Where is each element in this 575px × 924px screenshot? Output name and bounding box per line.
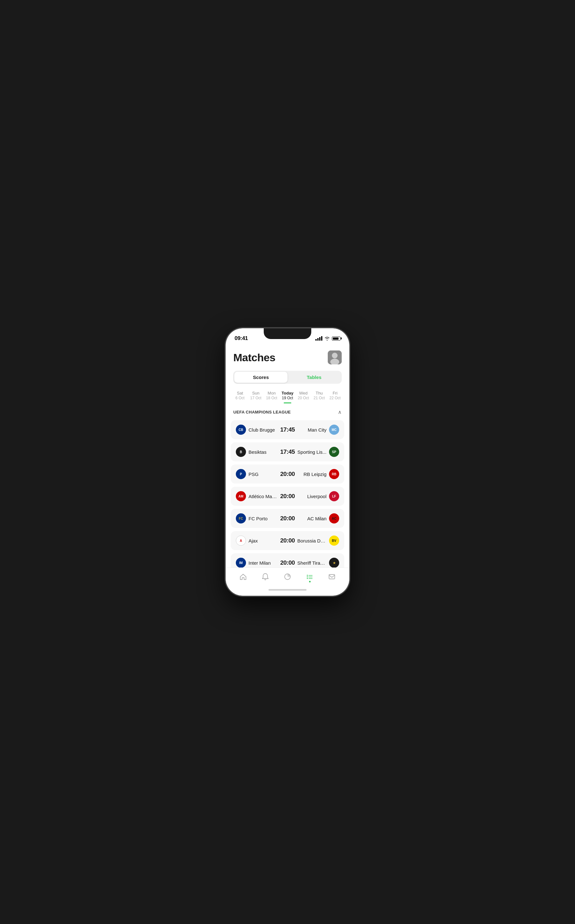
away-team-right: Sporting Lis... SP [297,447,339,457]
away-team-right: AC Milan AC [297,514,339,523]
tab-scores[interactable]: Scores [234,372,288,383]
liverpool-logo: LF [329,491,339,501]
nav-item-matches[interactable] [303,572,316,582]
svg-rect-10 [329,574,335,579]
svg-rect-5 [308,575,313,576]
away-team-name: Man City [308,427,327,433]
home-indicator [268,589,307,591]
besiktas-logo: B [236,447,246,457]
date-item-fri[interactable]: Fri 22 Oct [327,389,343,403]
svg-point-1 [332,353,338,358]
date-navigation: Sat 6 Oct Sun 17 Oct Mon 18 Oct Today 19… [226,389,349,403]
table-row[interactable]: P PSG 20:00 RB Leipzig RB [231,464,344,483]
date-item-today[interactable]: Today 19 Oct [280,389,295,403]
away-team-name: AC Milan [307,516,327,521]
home-team-name: Inter Milan [248,560,271,566]
date-item-sun[interactable]: Sun 17 Oct [248,389,264,403]
home-team-name: Besiktas [248,449,267,455]
svg-rect-4 [307,575,308,576]
table-row[interactable]: FC FC Porto 20:00 AC Milan AC [231,509,344,528]
rbleipzig-logo: RB [329,469,339,479]
home-team-name: Ajax [248,538,258,544]
bottom-navigation [226,567,349,584]
home-team-left: FC FC Porto [236,514,278,523]
man-city-logo: MC [329,425,339,435]
home-team-left: IM Inter Milan [236,558,278,567]
nav-item-notifications[interactable] [259,572,272,582]
match-time: 20:00 [280,471,295,477]
match-time: 17:45 [280,449,295,455]
tab-switcher: Scores Tables [233,371,342,384]
phone-screen: 09:41 Matches [226,328,349,596]
away-team-name: Liverpool [307,494,327,499]
chevron-up-icon: ∧ [338,409,342,415]
home-team-name: FC Porto [248,516,267,521]
mail-icon [328,573,336,580]
ajax-logo: A [236,536,246,546]
nav-item-home[interactable] [237,572,249,582]
away-team-right: Sheriff Tiras... ★ [297,558,339,567]
away-team-right: Liverpool LF [297,491,339,501]
table-row[interactable]: AM Atlético Madrid 20:00 Liverpool LF [231,487,344,506]
home-team-name: Atlético Madrid [248,494,278,499]
away-team-name: Sporting Lis... [297,449,327,455]
table-row[interactable]: CB Club Brugge 17:45 Man City MC [231,420,344,439]
sheriff-logo: ★ [329,558,339,567]
atletico-logo: AM [236,491,246,501]
svg-rect-7 [308,577,313,577]
bell-icon [262,573,269,580]
sporting-logo: SP [329,447,339,457]
table-row[interactable]: B Besiktas 17:45 Sporting Lis... SP [231,442,344,461]
home-team-left: A Ajax [236,536,278,546]
bvb-logo: BV [329,536,339,546]
list-icon [306,573,313,580]
away-team-name: RB Leipzig [303,472,327,477]
date-item-sat[interactable]: Sat 6 Oct [232,389,248,403]
match-time: 20:00 [280,537,295,544]
date-item-wed[interactable]: Wed 20 Oct [295,389,311,403]
signal-icon [315,336,322,341]
club-brugge-logo: CB [236,425,246,435]
matches-container: UEFA CHAMPIONS LEAGUE ∧ CB Club Brugge 1… [226,406,349,567]
home-team-left: B Besiktas [236,447,278,457]
home-icon [239,573,247,580]
league-name: UEFA CHAMPIONS LEAGUE [233,410,291,414]
nav-active-dot [309,581,311,582]
date-item-mon[interactable]: Mon 18 Oct [264,389,280,403]
nav-item-messages[interactable] [326,572,338,582]
date-item-thu[interactable]: Thu 21 Oct [311,389,327,403]
league-header[interactable]: UEFA CHAMPIONS LEAGUE ∧ [231,406,344,418]
svg-rect-9 [308,578,313,579]
away-team-right: Man City MC [297,425,339,435]
phone-frame: 09:41 Matches [226,328,349,596]
home-bar [226,584,349,596]
home-team-left: CB Club Brugge [236,425,278,435]
match-time: 20:00 [280,515,295,522]
table-row[interactable]: IM Inter Milan 20:00 Sheriff Tiras... ★ [231,553,344,567]
avatar[interactable] [328,350,342,365]
home-team-left: P PSG [236,469,278,479]
notch [264,328,311,339]
away-team-name: Borussia Do... [297,538,327,544]
tab-tables[interactable]: Tables [288,372,341,383]
away-team-right: RB Leipzig RB [297,469,339,479]
wifi-icon [324,336,330,341]
svg-rect-8 [307,578,308,579]
inter-logo: IM [236,558,246,567]
battery-icon [332,336,340,341]
home-team-name: Club Brugge [248,427,275,433]
home-team-left: AM Atlético Madrid [236,491,278,501]
porto-logo: FC [236,514,246,523]
away-team-name: Sheriff Tiras... [297,560,327,566]
status-time: 09:41 [235,335,248,342]
table-row[interactable]: A Ajax 20:00 Borussia Do... BV [231,531,344,550]
psg-logo: P [236,469,246,479]
app-content: Matches Scores Tables Sat 6 Oct [226,344,349,596]
match-time: 17:45 [280,426,295,433]
svg-rect-6 [307,576,308,577]
match-time: 20:00 [280,559,295,566]
nav-item-stats[interactable] [281,572,294,582]
status-icons [315,336,340,341]
acmilan-logo: AC [329,514,339,523]
match-time: 20:00 [280,493,295,500]
